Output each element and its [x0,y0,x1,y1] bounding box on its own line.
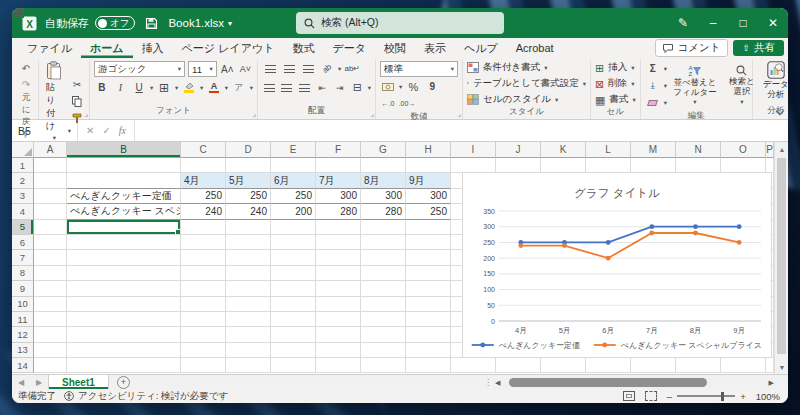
cell-D1[interactable] [226,158,271,173]
cell-F14[interactable] [316,358,361,373]
cell-A5[interactable] [34,220,67,235]
cell-B12[interactable] [67,327,181,342]
decrease-font-icon[interactable]: A˅ [238,62,253,77]
zoom-slider-thumb[interactable] [721,392,724,401]
dialog-launcher-icon[interactable]: ⌟ [85,110,88,118]
cell-B4[interactable]: ぺんぎんクッキー スペシャルプライス [67,204,181,219]
wrap-text-icon[interactable]: ab↵ [344,61,360,76]
zoom-slider[interactable] [677,395,735,397]
zoom-out-icon[interactable]: – [667,391,672,402]
row-header-14[interactable]: 14 [12,358,34,373]
cell-F1[interactable] [316,158,361,173]
cell-C7[interactable] [181,250,226,265]
cell-A6[interactable] [34,235,67,250]
column-header-O[interactable]: O [721,142,766,158]
font-size-select[interactable]: 11▾ [188,61,217,77]
cell-E10[interactable] [271,297,316,312]
vertical-scrollbar[interactable]: ▲ ▼ [774,142,788,374]
chevron-down-icon[interactable]: ▾ [250,84,253,92]
cell-O14[interactable] [721,358,766,373]
cell-H2[interactable]: 9月 [406,173,451,188]
pen-mode-icon[interactable]: ✎ [668,16,698,30]
tab-insert[interactable]: 挿入 [133,38,173,58]
row-header-12[interactable]: 12 [12,327,34,342]
horizontal-scroll-thumb[interactable] [509,378,707,387]
cell-E8[interactable] [271,266,316,281]
cell-F3[interactable]: 300 [316,189,361,204]
scroll-right-icon[interactable]: ▶ [769,379,774,387]
borders-icon[interactable]: ⊞ [156,80,172,95]
insert-cells-button[interactable]: ⊞ 挿入▾ [595,61,636,74]
column-header-I[interactable]: I [451,142,496,158]
cell-A12[interactable] [34,327,67,342]
scroll-up-icon[interactable]: ▲ [775,142,788,156]
cell-P14[interactable] [766,358,774,373]
row-header-11[interactable]: 11 [12,312,34,327]
increase-font-icon[interactable]: A˄ [220,62,235,77]
row-header-5[interactable]: 5 [12,220,34,235]
column-header-B[interactable]: B [67,142,181,158]
enter-icon[interactable]: ✓ [102,125,110,136]
increase-decimal-icon[interactable]: ←.0 [380,96,396,111]
cell-B2[interactable] [67,173,181,188]
splitter-handle[interactable]: ⋮ [484,378,492,387]
collapse-ribbon-icon[interactable] [776,108,783,115]
cell-A8[interactable] [34,266,67,281]
close-button[interactable]: ✕ [758,8,788,38]
column-header-M[interactable]: M [631,142,676,158]
row-header-3[interactable]: 3 [12,189,34,204]
number-format-select[interactable]: 標準▾ [380,61,458,77]
insert-function-icon[interactable]: fx [119,125,126,136]
cell-G14[interactable] [361,358,406,373]
column-header-D[interactable]: D [226,142,271,158]
cell-C2[interactable]: 4月 [181,173,226,188]
cell-C5[interactable] [181,220,226,235]
tab-acrobat[interactable]: Acrobat [507,38,563,58]
cell-G4[interactable]: 280 [361,204,406,219]
cell-F7[interactable] [316,250,361,265]
column-header-F[interactable]: F [316,142,361,158]
align-bottom-icon[interactable] [300,61,316,76]
italic-button[interactable]: I [113,80,129,95]
row-header-9[interactable]: 9 [12,281,34,296]
cell-A7[interactable] [34,250,67,265]
cell-A10[interactable] [34,297,67,312]
cell-C4[interactable]: 240 [181,204,226,219]
underline-button[interactable]: U [131,80,147,95]
save-icon[interactable] [145,17,158,30]
chevron-down-icon[interactable]: ▾ [368,84,371,92]
cell-C12[interactable] [181,327,226,342]
cell-F4[interactable]: 280 [316,204,361,219]
cell-A2[interactable] [34,173,67,188]
cell-H8[interactable] [406,266,451,281]
delete-cells-button[interactable]: ⊠ 削除▾ [595,77,636,90]
sort-filter-button[interactable]: AZ 並べ替えとフィルター ▾ [670,65,720,107]
vertical-scroll-thumb[interactable] [777,158,786,354]
horizontal-scrollbar[interactable]: ⋮ ◀ ▶ [484,377,774,388]
fill-icon[interactable]: ⤓ [645,78,661,93]
chevron-down-icon[interactable]: ▾ [175,84,178,92]
cell-G13[interactable] [361,343,406,358]
row-header-10[interactable]: 10 [12,297,34,312]
cell-D7[interactable] [226,250,271,265]
cell-D4[interactable]: 240 [226,204,271,219]
cell-D2[interactable]: 5月 [226,173,271,188]
chevron-down-icon[interactable]: ▾ [399,83,402,91]
page-layout-view-icon[interactable] [623,391,635,401]
cell-I14[interactable] [451,358,496,373]
cell-G10[interactable] [361,297,406,312]
font-color-icon[interactable]: A [206,80,222,95]
cell-A4[interactable] [34,204,67,219]
cell-E9[interactable] [271,281,316,296]
row-header-1[interactable]: 1 [12,158,34,173]
cell-G11[interactable] [361,312,406,327]
orientation-icon[interactable]: ab [316,58,338,80]
cell-F9[interactable] [316,281,361,296]
column-header-L[interactable]: L [586,142,631,158]
cell-B3[interactable]: ぺんぎんクッキー定価 [67,189,181,204]
row-header-7[interactable]: 7 [12,250,34,265]
row-header-6[interactable]: 6 [12,235,34,250]
page-break-view-icon[interactable] [645,391,657,401]
tab-data[interactable]: データ [323,38,375,58]
normal-view-icon[interactable] [12,8,24,18]
